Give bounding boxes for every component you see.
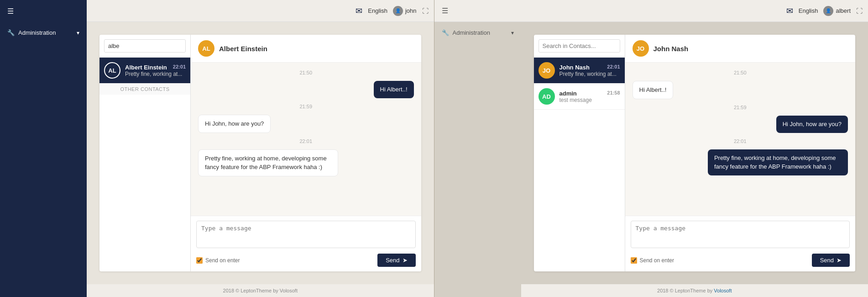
message-bubble: Pretty fine, working at home, developing…: [198, 149, 338, 176]
chat-header: AL Albert Einstein: [191, 35, 421, 63]
sidebar-topbar: ☰: [0, 0, 87, 22]
right-footer: 2018 © LeptonTheme by Volosoft: [521, 284, 868, 297]
search-input[interactable]: [104, 39, 186, 53]
right-message-bubble: Hi Albert..!: [633, 81, 674, 99]
right-user-avatar: 👤: [823, 6, 833, 16]
right-footer-link[interactable]: Volosoft: [714, 288, 732, 293]
wrench-icon: 🔧: [7, 29, 15, 36]
right-messages-area: 21:50 Hi Albert..! 21:59 Hi John, how ar…: [625, 63, 856, 216]
right-main-content: ✉ English 👤 albert ⛶ JO: [521, 0, 868, 297]
sidebar-item-administration[interactable]: 🔧 Administration ▾: [0, 22, 87, 43]
hamburger-icon[interactable]: ☰: [7, 7, 14, 16]
chevron-down-icon: ▾: [77, 30, 79, 36]
right-send-icon: ➤: [837, 257, 842, 264]
send-on-enter-text: Send on enter: [205, 257, 240, 264]
right-contact-preview-john: Pretty fine, working at...: [559, 71, 620, 77]
send-on-enter-label[interactable]: Send on enter: [196, 257, 240, 264]
username-label: john: [405, 7, 417, 14]
chat-footer: Send on enter Send ➤: [191, 216, 421, 271]
send-on-enter-checkbox[interactable]: [196, 257, 203, 264]
contact-info: Albert Einstein 22:01 Pretty fine, worki…: [125, 64, 186, 77]
right-user-menu[interactable]: 👤 albert: [823, 6, 851, 16]
right-hamburger-icon[interactable]: ☰: [442, 6, 448, 15]
user-avatar: 👤: [393, 6, 403, 16]
send-icon: ➤: [403, 257, 408, 264]
right-message-bubble: Pretty fine, working at home, developing…: [708, 149, 848, 175]
right-footer-text: 2018 © LeptonTheme by: [657, 288, 714, 293]
chat-header-name: Albert Einstein: [219, 45, 267, 53]
right-contact-preview-admin: test message: [559, 97, 620, 103]
right-chat-window: JO John Nash 22:01 Pretty fine, working …: [534, 35, 856, 271]
contacts-panel: AL Albert Einstein 22:01 Pretty fine, wo…: [99, 35, 191, 271]
message-bubble: Hi John, how are you?: [198, 115, 271, 133]
left-main-content: ✉ English 👤 john ⛶ AL: [87, 0, 434, 297]
right-chat-header-avatar: JO: [633, 40, 649, 57]
right-sidebar-topbar: ☰: [434, 0, 521, 22]
time-label: 22:01: [198, 138, 414, 144]
right-time-label: 21:50: [633, 70, 848, 75]
send-button[interactable]: Send ➤: [377, 254, 415, 267]
right-contact-item-admin[interactable]: AD admin 21:58 test message: [534, 84, 625, 110]
right-chat-header: JO John Nash: [625, 35, 856, 63]
right-username-label: albert: [836, 7, 851, 14]
language-selector[interactable]: English: [368, 7, 387, 14]
expand-icon[interactable]: ⛶: [422, 7, 429, 15]
chat-window: AL Albert Einstein 22:01 Pretty fine, wo…: [99, 35, 421, 271]
right-contact-name-admin: admin 21:58: [559, 90, 620, 97]
right-avatar-admin: AD: [539, 88, 555, 105]
contacts-divider: OTHER CONTACTS: [99, 84, 190, 95]
right-sidebar: ☰ 🔧 Administration ▾: [434, 0, 521, 297]
right-wrench-icon: 🔧: [442, 29, 449, 36]
right-language-selector[interactable]: English: [799, 7, 818, 14]
send-label: Send: [386, 257, 399, 264]
chat-header-avatar: AL: [198, 40, 214, 57]
message-bubble: Hi Albert..!: [374, 81, 414, 98]
right-chevron-down-icon: ▾: [511, 30, 514, 36]
time-label: 21:59: [198, 104, 414, 109]
right-search-section: [534, 35, 625, 58]
right-sidebar-admin-label: Administration: [453, 29, 490, 36]
user-menu[interactable]: 👤 john: [393, 6, 417, 16]
right-send-on-enter-label[interactable]: Send on enter: [631, 257, 674, 264]
right-expand-icon[interactable]: ⛶: [856, 7, 863, 15]
right-chat-messages-panel: JO John Nash 21:50 Hi Albert..! 21:59 Hi…: [625, 35, 856, 271]
right-message-input[interactable]: [631, 221, 850, 248]
left-footer: 2018 © LeptonTheme by Volosoft: [87, 284, 434, 297]
left-sidebar: ☰ 🔧 Administration ▾: [0, 0, 87, 297]
right-topbar: ✉ English 👤 albert ⛶: [521, 0, 868, 22]
contact-name: Albert Einstein 22:01: [125, 64, 186, 71]
contact-preview: Pretty fine, working at...: [125, 71, 186, 77]
right-contact-item-john[interactable]: JO John Nash 22:01 Pretty fine, working …: [534, 58, 625, 84]
mail-icon[interactable]: ✉: [356, 6, 362, 16]
right-time-label: 22:01: [633, 138, 848, 144]
chat-messages-panel: AL Albert Einstein 21:50 Hi Albert..! 21…: [191, 35, 421, 271]
right-chat-header-name: John Nash: [654, 45, 689, 53]
right-send-button[interactable]: Send ➤: [812, 254, 850, 267]
time-label: 21:50: [198, 70, 414, 75]
right-contact-info-john: John Nash 22:01 Pretty fine, working at.…: [559, 64, 620, 77]
right-chat-area: JO John Nash 22:01 Pretty fine, working …: [521, 22, 868, 284]
right-chat-footer-controls: Send on enter Send ➤: [631, 254, 850, 267]
left-panel: ☰ 🔧 Administration ▾ ✉ English 👤 john ⛶: [0, 0, 434, 297]
right-chat-footer: Send on enter Send ➤: [625, 216, 856, 271]
right-send-on-enter-checkbox[interactable]: [631, 257, 637, 264]
sidebar-admin-label: Administration: [18, 29, 56, 36]
message-input[interactable]: [196, 221, 416, 248]
messages-area: 21:50 Hi Albert..! 21:59 Hi John, how ar…: [191, 63, 421, 216]
left-topbar: ✉ English 👤 john ⛶: [87, 0, 434, 22]
contact-item[interactable]: AL Albert Einstein 22:01 Pretty fine, wo…: [99, 58, 190, 84]
search-section: [99, 35, 190, 58]
right-contact-name-john: John Nash 22:01: [559, 64, 620, 71]
right-send-label: Send: [820, 257, 834, 264]
right-sidebar-item-administration[interactable]: 🔧 Administration ▾: [434, 22, 521, 43]
right-mail-icon[interactable]: ✉: [786, 6, 793, 16]
right-send-on-enter-text: Send on enter: [640, 257, 674, 264]
chat-area: AL Albert Einstein 22:01 Pretty fine, wo…: [87, 22, 434, 284]
avatar: AL: [104, 62, 120, 79]
right-panel: ☰ 🔧 Administration ▾ ✉ English 👤 albert …: [434, 0, 868, 297]
footer-text: 2018 © LeptonTheme by Volosoft: [223, 288, 298, 293]
right-contacts-panel: JO John Nash 22:01 Pretty fine, working …: [534, 35, 625, 271]
right-message-bubble: Hi John, how are you?: [776, 116, 848, 133]
right-search-input[interactable]: [539, 39, 620, 53]
right-time-label: 21:59: [633, 105, 848, 110]
